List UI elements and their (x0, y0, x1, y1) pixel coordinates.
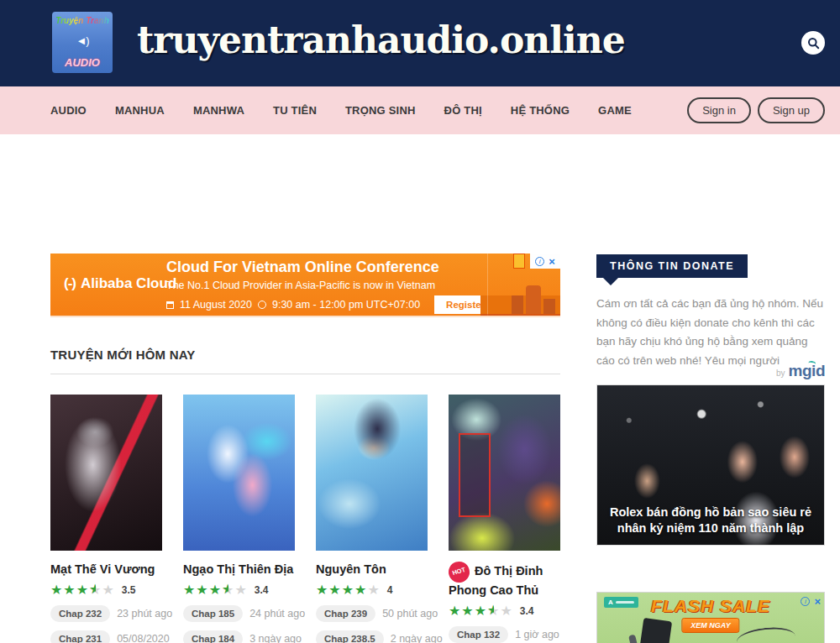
ad-close-icon[interactable]: × (814, 596, 821, 607)
chapter-time: 3 ngày ago (249, 633, 302, 643)
main-column: (-) Alibaba Cloud Cloud For Vietnam Onli… (50, 254, 560, 643)
donate-heading: THÔNG TIN DONATE (596, 254, 748, 278)
header: Truyện Tranh ◄) AUDIO truyentranhaudio.o… (0, 0, 840, 86)
star-rating: ★★★★★★ (50, 583, 115, 597)
chapter-time: 50 phút ago (382, 608, 438, 619)
comic-cover[interactable] (183, 395, 295, 551)
rating-value: 3.4 (255, 584, 269, 596)
chapter-row: Chap 231 05/08/2020 (50, 630, 162, 643)
main-nav: AUDIO MANHUA MANHWA TU TIÊN TRỌNG SINH Đ… (0, 86, 840, 134)
chapter-link[interactable]: Chap 238.5 (316, 630, 384, 643)
nav-links: AUDIO MANHUA MANHWA TU TIÊN TRỌNG SINH Đ… (50, 104, 632, 117)
comic-grid: Mạt Thế Vi Vương ★★★★★★ 3.5 Chap 232 23 … (50, 395, 560, 643)
rating-row: ★★★★★★ 3.4 (183, 583, 295, 597)
nav-item-do-thi[interactable]: ĐÔ THỊ (444, 104, 482, 117)
search-button[interactable] (801, 31, 825, 55)
comic-title[interactable]: Mạt Thế Vi Vương (50, 562, 162, 578)
ad-controls: i × (801, 596, 821, 607)
comic-card: Nguyên Tôn ★★★★★ 4 Chap 239 50 phút ago … (316, 395, 428, 643)
comic-card: HOTĐô Thị Đỉnh Phong Cao Thủ ★★★★★★ 3.4 … (449, 395, 560, 643)
speaker-icon: ◄) (76, 35, 88, 46)
comic-title[interactable]: Nguyên Tôn (316, 562, 428, 578)
ad-subtitle: The No.1 Cloud Provider in Asia-Pacific … (166, 280, 439, 291)
rating-row: ★★★★★ 4 (316, 583, 428, 597)
flash-sale-title: FLASH SALE (597, 596, 824, 616)
logo-text-bottom: AUDIO (65, 56, 100, 69)
sidebar: THÔNG TIN DONATE Cám ơn tất cả các bạn đ… (596, 254, 825, 643)
comic-cover[interactable] (50, 395, 162, 551)
comic-title[interactable]: Ngạo Thị Thiên Địa (183, 562, 295, 578)
section-title: TRUYỆN MỚI HÔM NAY (50, 348, 560, 362)
advertiser-logo: (-) Alibaba Cloud (64, 275, 176, 292)
chapter-row: Chap 184 3 ngày ago (183, 630, 295, 643)
buildings-illustration (512, 285, 555, 314)
comic-card: Ngạo Thị Thiên Địa ★★★★★★ 3.4 Chap 185 2… (183, 395, 295, 643)
chapter-time: 05/08/2020 (117, 633, 170, 643)
sign-up-button[interactable]: Sign up (758, 97, 825, 123)
ad-controls: i × (530, 254, 560, 269)
nav-item-manhwa[interactable]: MANHWA (193, 104, 244, 117)
rating-value: 3.4 (520, 605, 534, 617)
ad-title: Cloud For Vietnam Online Conference (166, 259, 439, 276)
rating-row: ★★★★★★ 3.5 (50, 583, 162, 597)
alibaba-ad-banner[interactable]: (-) Alibaba Cloud Cloud For Vietnam Onli… (50, 254, 560, 317)
rating-row: ★★★★★★ 3.4 (449, 604, 560, 618)
chapter-link[interactable]: Chap 231 (50, 630, 110, 643)
calendar-icon (166, 301, 174, 309)
native-ad[interactable]: Rolex bán đồng hồ bản sao siêu rẻ nhân k… (596, 384, 825, 546)
nav-item-tu-tien[interactable]: TU TIÊN (273, 104, 317, 117)
ad-time: 9:30 am - 12:00 pm UTC+07:00 (272, 299, 420, 311)
chapter-time: 24 phút ago (249, 608, 305, 619)
rating-value: 4 (387, 584, 393, 596)
star-rating: ★★★★★★ (449, 604, 513, 618)
section-divider (50, 374, 560, 374)
donate-text: Cám ơn tất cả các bạn đã ủng hộ nhóm. Nế… (596, 295, 825, 371)
mgid-by-label: by (776, 369, 785, 378)
chapter-time: 2 ngày ago (391, 633, 443, 643)
nav-item-he-thong[interactable]: HỆ THỐNG (511, 104, 570, 117)
chapter-link[interactable]: Chap 184 (183, 630, 243, 643)
clock-icon (258, 301, 266, 309)
search-icon (807, 37, 820, 50)
auth-buttons: Sign in Sign up (687, 97, 825, 123)
chapter-time: 1 giờ ago (515, 629, 559, 640)
chapter-row: Chap 185 24 phút ago (183, 605, 295, 622)
chapter-link[interactable]: Chap 232 (50, 605, 110, 622)
ad-meta: 11 August 2020 9:30 am - 12:00 pm UTC+07… (166, 295, 520, 314)
nav-item-manhua[interactable]: MANHUA (115, 104, 165, 117)
native-ad-caption: Rolex bán đồng hồ bản sao siêu rẻ nhân k… (597, 504, 824, 536)
chapter-row: Chap 238.5 2 ngày ago (316, 630, 428, 643)
logo-text-top: Truyện Tranh (55, 16, 109, 25)
ad-close-icon[interactable]: × (549, 256, 555, 267)
star-rating: ★★★★★ (316, 583, 381, 597)
nav-item-trong-sinh[interactable]: TRỌNG SINH (345, 104, 416, 117)
cable-illustration (736, 625, 796, 643)
chapter-row: Chap 239 50 phút ago (316, 605, 428, 622)
comic-cover[interactable] (449, 395, 560, 551)
chapter-link[interactable]: Chap 185 (183, 605, 243, 622)
chapter-row: Chap 132 1 giờ ago (449, 626, 560, 643)
chapter-link[interactable]: Chap 239 (316, 605, 375, 622)
sign-in-button[interactable]: Sign in (687, 97, 751, 123)
site-logo[interactable]: Truyện Tranh ◄) AUDIO (52, 12, 113, 73)
mgid-attribution[interactable]: by mgid (776, 362, 825, 380)
xem-ngay-button[interactable]: XEM NGAY (681, 618, 739, 633)
rating-value: 3.5 (122, 584, 136, 596)
nav-item-audio[interactable]: AUDIO (50, 104, 87, 117)
comic-title[interactable]: HOTĐô Thị Đỉnh Phong Cao Thủ (449, 562, 560, 599)
chapter-time: 23 phút ago (117, 608, 172, 619)
site-title[interactable]: truyentranhaudio.online (137, 18, 625, 61)
comic-cover[interactable] (316, 395, 428, 551)
alibaba-cloud-icon: (-) (64, 275, 76, 292)
hot-badge: HOT (446, 559, 473, 586)
flag-illustration (513, 254, 525, 269)
mgid-logo: mgid (789, 362, 825, 380)
microphone-illustration (628, 634, 640, 643)
ad-date: 11 August 2020 (180, 299, 252, 311)
ad-info-icon[interactable]: i (801, 597, 810, 606)
nav-item-game[interactable]: GAME (598, 104, 632, 117)
comic-card: Mạt Thế Vi Vương ★★★★★★ 3.5 Chap 232 23 … (50, 395, 162, 643)
flash-sale-ad[interactable]: A FLASH SALE XEM NGAY i × (596, 592, 825, 643)
ad-info-icon[interactable]: i (535, 257, 544, 266)
chapter-link[interactable]: Chap 132 (449, 626, 508, 643)
